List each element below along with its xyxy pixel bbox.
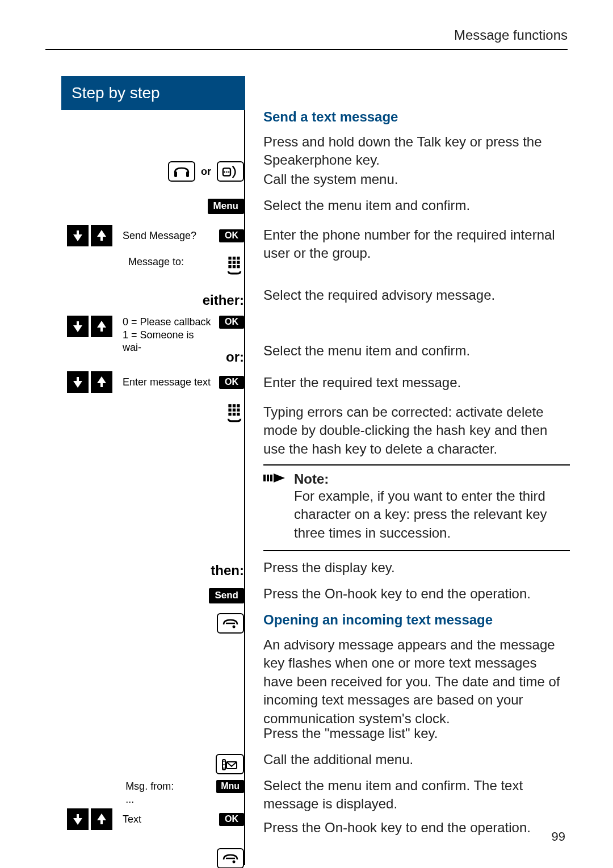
talk-key-icon xyxy=(168,161,195,182)
either-label: either: xyxy=(203,292,244,309)
page-header: Message functions xyxy=(45,27,568,50)
nav-arrows-3[interactable] xyxy=(67,371,112,393)
instr-typing-errors: Typing errors can be corrected: activate… xyxy=(263,404,547,456)
ok-softkey[interactable]: OK xyxy=(219,229,244,242)
enter-text-item: Enter message text xyxy=(123,376,213,389)
instr-select-confirm-2: Select the menu item and confirm. xyxy=(263,343,470,358)
arrow-down-icon xyxy=(67,808,89,830)
instr-press-msglist: Press the "message list" key. xyxy=(263,726,438,741)
arrow-up-icon xyxy=(91,316,112,337)
header-text: Message functions xyxy=(454,27,568,43)
mnu-softkey[interactable]: Mnu xyxy=(216,780,244,793)
instr-onhook-2: Press the On-hook key to end the operati… xyxy=(263,820,531,835)
instr-incoming-desc: An advisory message appears and the mess… xyxy=(263,637,560,726)
text-item: Text xyxy=(123,813,213,826)
section-send-text: Send a text message xyxy=(263,109,398,124)
nav-arrows-4[interactable] xyxy=(67,808,112,830)
then-label: then: xyxy=(211,562,244,579)
send-softkey[interactable]: Send xyxy=(209,588,244,603)
instr-press-display-key: Press the display key. xyxy=(263,560,395,575)
message-to-label: Message to: xyxy=(128,255,219,269)
menu-softkey[interactable]: Menu xyxy=(208,199,244,214)
instr-enter-text: Enter the required text message. xyxy=(263,375,461,390)
arrow-down-icon xyxy=(67,316,89,337)
note-title: Note: xyxy=(294,471,570,487)
keypad-icon-2 xyxy=(225,403,244,425)
step-by-step-title: Step by step xyxy=(61,76,245,110)
ok-softkey-3[interactable]: OK xyxy=(219,376,244,389)
arrow-down-icon xyxy=(67,225,89,246)
instr-call-additional-menu: Call the additional menu. xyxy=(263,752,413,767)
keypad-icon xyxy=(225,255,244,277)
arrow-down-icon xyxy=(67,371,89,393)
instr-select-text: Select the menu item and confirm. The te… xyxy=(263,778,523,811)
arrow-up-icon xyxy=(91,808,112,830)
ok-softkey-2[interactable]: OK xyxy=(219,316,244,329)
ok-softkey-4[interactable]: OK xyxy=(219,813,244,826)
instr-select-advisory: Select the required advisory message. xyxy=(263,287,495,303)
message-list-key-icon xyxy=(216,754,244,774)
svg-rect-26 xyxy=(263,475,266,481)
send-message-item: Send Message? xyxy=(123,229,213,242)
or-label-2: or: xyxy=(226,349,244,366)
onhook-key-icon-2 xyxy=(217,848,244,868)
svg-marker-29 xyxy=(274,473,285,483)
left-column: Step by step or Menu Send Message? OK Me… xyxy=(61,76,245,865)
instr-call-menu: Call the system menu. xyxy=(263,171,398,187)
or-text: or xyxy=(201,165,211,178)
svg-rect-28 xyxy=(270,475,272,481)
note-text: For example, if you want to enter the th… xyxy=(294,487,570,542)
instr-talk-speaker: Press and hold down the Talk key or pres… xyxy=(263,134,542,167)
arrow-up-icon xyxy=(91,225,112,246)
note-icon xyxy=(263,471,286,487)
speaker-key-icon xyxy=(217,161,244,182)
msg-from-item: Msg. from: ... xyxy=(125,780,211,806)
arrow-up-icon xyxy=(91,371,112,393)
instr-enter-number: Enter the phone number for the required … xyxy=(263,227,555,261)
nav-arrows-2[interactable] xyxy=(67,316,112,337)
onhook-key-icon xyxy=(217,613,244,634)
instr-select-confirm-1: Select the menu item and confirm. xyxy=(263,198,470,213)
page-number: 99 xyxy=(552,829,565,844)
nav-arrows[interactable] xyxy=(67,225,112,246)
instr-onhook-1: Press the On-hook key to end the operati… xyxy=(263,586,531,601)
section-open-incoming: Opening an incoming text message xyxy=(263,612,493,627)
svg-rect-27 xyxy=(267,475,269,481)
